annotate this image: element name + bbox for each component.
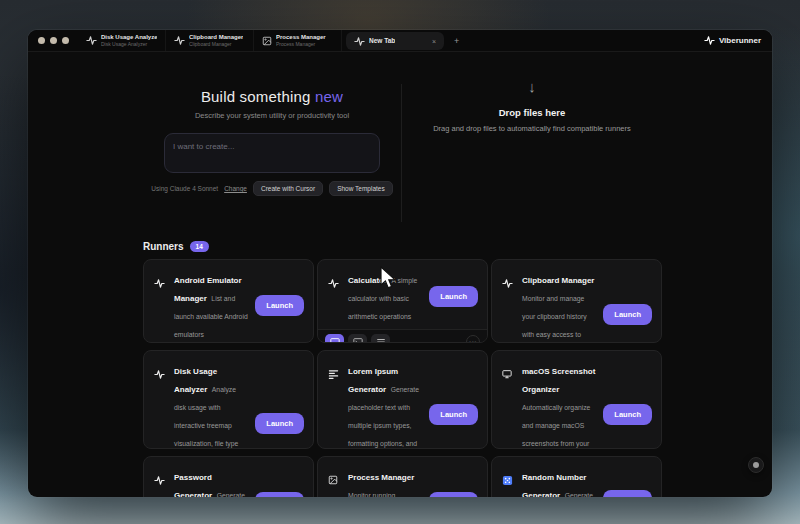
monitor-icon: [502, 360, 515, 449]
image-icon: [262, 36, 272, 46]
pulse-icon: [354, 36, 365, 47]
runner-title: Password Generator: [174, 473, 212, 497]
brand-name: Viberunner: [719, 36, 761, 45]
runner-card-disk-usage-analyzer: Disk Usage Analyzer Analyze disk usage w…: [143, 350, 314, 449]
dropzone-title: Drop files here: [402, 107, 662, 118]
app-view-toggle[interactable]: [325, 334, 344, 343]
tab-clipboard-manager[interactable]: Clipboard Manager Clipboard Manager: [166, 30, 254, 51]
runner-card-calculator: Calculator A simple calculator with basi…: [317, 259, 488, 343]
pulse-icon: [328, 269, 341, 323]
show-templates-button[interactable]: Show Templates: [329, 181, 393, 196]
new-tab-button[interactable]: +: [446, 30, 467, 51]
title-prefix: Build something: [201, 88, 315, 105]
image-icon: [328, 466, 341, 497]
desktop-background: Disk Usage Analyzer Disk Usage Analyzer …: [0, 0, 800, 524]
arrow-down-icon: ↓: [402, 78, 662, 95]
runner-description: Generate placeholder text with multiple …: [348, 386, 419, 449]
runner-card-macos-screenshot-organizer: macOS Screenshot Organizer Automatically…: [491, 350, 662, 449]
page-subtitle: Describe your system utility or producti…: [143, 111, 401, 120]
traffic-lights: [28, 30, 78, 51]
runners-header: Runners 14: [143, 241, 209, 252]
tab-close-icon[interactable]: ×: [432, 38, 436, 45]
runner-title: Clipboard Manager: [522, 276, 594, 285]
title-accent: new: [315, 88, 343, 105]
launch-button[interactable]: Launch: [429, 404, 478, 425]
pulse-icon: [154, 466, 167, 497]
tab-subtitle: Disk Usage Analyzer: [101, 41, 157, 47]
tab-title: Disk Usage Analyzer: [101, 34, 157, 42]
terminal-icon: [353, 335, 363, 344]
tab-title: Clipboard Manager: [189, 34, 243, 42]
tab-title: Process Manager: [276, 34, 326, 42]
dice-icon: [502, 466, 515, 497]
runner-title: Process Manager: [348, 473, 414, 482]
build-pane: Build something new Describe your system…: [143, 52, 401, 196]
runner-grid: Android Emulator Manager List and launch…: [143, 259, 662, 497]
create-with-cursor-button[interactable]: Create with Cursor: [253, 181, 323, 196]
tab-strip: Disk Usage Analyzer Disk Usage Analyzer …: [78, 30, 446, 51]
launch-button[interactable]: Launch: [255, 492, 304, 498]
model-label: Using Claude 4 Sonnet: [151, 185, 218, 192]
page-title: Build something new: [143, 88, 401, 105]
runner-card-clipboard-manager: Clipboard Manager Monitor and manage you…: [491, 259, 662, 343]
runner-card-process-manager: Process Manager Monitor running processe…: [317, 456, 488, 497]
runner-description: Monitor running processes and their CPU/…: [348, 492, 409, 497]
dot-icon: [753, 462, 759, 468]
tab-disk-usage-analyzer[interactable]: Disk Usage Analyzer Disk Usage Analyzer: [78, 30, 166, 51]
tab-subtitle: Clipboard Manager: [189, 41, 243, 47]
pulse-icon: [174, 35, 185, 46]
runner-description: Monitor and manage your clipboard histor…: [522, 295, 587, 343]
runners-count-badge: 14: [190, 241, 209, 252]
launch-button[interactable]: Launch: [603, 304, 652, 325]
tab-process-manager[interactable]: Process Manager Process Manager: [254, 30, 342, 51]
runner-card-lorem-ipsum-generator: Lorem Ipsum Generator Generate placehold…: [317, 350, 488, 449]
floating-action-button[interactable]: [748, 457, 764, 473]
list-icon: [376, 335, 386, 344]
app-window: Disk Usage Analyzer Disk Usage Analyzer …: [28, 30, 772, 497]
runner-card-password-generator: Password Generator Generate secure passw…: [143, 456, 314, 497]
brand: Viberunner: [704, 30, 772, 51]
create-section: Build something new Describe your system…: [143, 52, 662, 240]
more-options-button[interactable]: •••: [466, 335, 480, 343]
zoom-window-button[interactable]: [62, 37, 69, 44]
pulse-icon: [154, 269, 167, 341]
pulse-icon: [704, 35, 715, 46]
launch-button[interactable]: Launch: [255, 295, 304, 316]
runner-title: Disk Usage Analyzer: [174, 367, 217, 394]
runner-title: Calculator: [348, 276, 387, 285]
create-prompt-input[interactable]: [164, 133, 380, 173]
pulse-icon: [154, 360, 167, 449]
titlebar: Disk Usage Analyzer Disk Usage Analyzer …: [28, 30, 772, 52]
tab-title: New Tab: [369, 37, 395, 45]
launch-button[interactable]: Launch: [603, 490, 652, 498]
runner-card-android-emulator-manager: Android Emulator Manager List and launch…: [143, 259, 314, 343]
tab-new-tab[interactable]: New Tab ×: [346, 32, 444, 50]
model-change-link[interactable]: Change: [224, 185, 247, 192]
launch-button[interactable]: Launch: [429, 492, 478, 498]
list-view-toggle[interactable]: [371, 334, 390, 343]
card-footer: •••: [318, 329, 487, 343]
model-row: Using Claude 4 Sonnet Change Create with…: [143, 181, 401, 196]
minimize-window-button[interactable]: [50, 37, 57, 44]
launch-button[interactable]: Launch: [603, 404, 652, 425]
runner-card-random-number-generator: Random Number Generator Generate random …: [491, 456, 662, 497]
launch-button[interactable]: Launch: [255, 413, 304, 434]
runners-heading: Runners: [143, 241, 184, 252]
dropzone[interactable]: ↓ Drop files here Drag and drop files to…: [402, 52, 662, 135]
close-window-button[interactable]: [38, 37, 45, 44]
pulse-icon: [502, 269, 515, 343]
tab-subtitle: Process Manager: [276, 41, 326, 47]
dropzone-description: Drag and drop files to automatically fin…: [426, 124, 638, 135]
runner-description: Analyze disk usage with interactive tree…: [174, 386, 248, 449]
runner-title: macOS Screenshot Organizer: [522, 367, 595, 394]
terminal-view-toggle[interactable]: [348, 334, 367, 343]
pulse-icon: [86, 35, 97, 46]
monitor-icon: [330, 335, 340, 344]
text-lines-icon: [328, 360, 341, 449]
runner-description: Automatically organize and manage macOS …: [522, 404, 590, 449]
launch-button[interactable]: Launch: [429, 286, 478, 307]
